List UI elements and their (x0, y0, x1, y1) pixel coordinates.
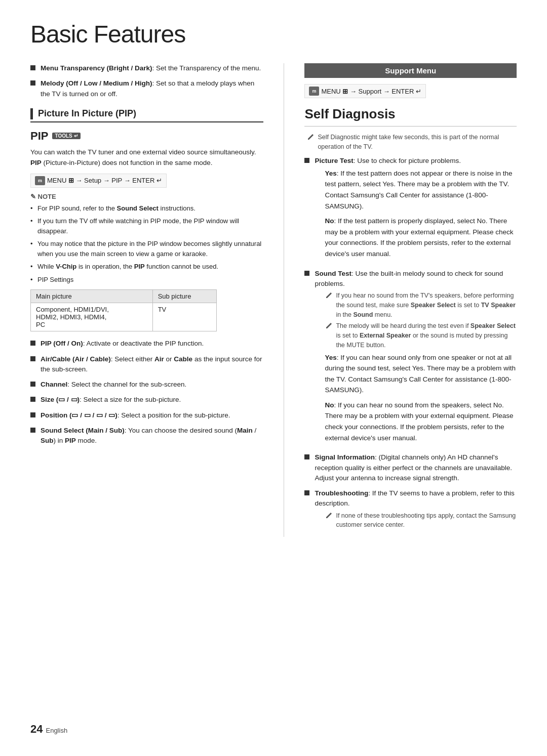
pencil-icon (325, 291, 333, 300)
page-title: Basic Features (30, 20, 517, 48)
pip-body-text: You can watch the TV tuner and one exter… (30, 147, 263, 169)
menu-icon: m (309, 87, 319, 96)
list-item: Air/Cable (Air / Cable): Select either A… (30, 354, 263, 375)
sound-test-note-1: If you hear no sound from the TV's speak… (325, 291, 517, 319)
bullet-text: Troubleshooting: If the TV seems to have… (315, 488, 517, 532)
table-cell-main: Component, HDMI1/DVI,HDMI2, HDMI3, HDMI4… (31, 303, 153, 331)
intro-text: Self Diagnostic might take few seconds, … (318, 133, 517, 152)
section-bar-icon (30, 108, 33, 119)
left-column: Menu Transparency (Bright / Dark): Set t… (30, 63, 263, 537)
page-number: 24 (30, 723, 43, 736)
bullet-text: Menu Transparency (Bright / Dark): Set t… (41, 63, 261, 73)
menu-icon: m (35, 176, 45, 185)
bullet-icon (304, 490, 309, 495)
pencil-icon (306, 133, 315, 141)
note-item: If you turn the TV off while watching in… (30, 216, 263, 236)
bullet-text: Signal Information: (Digital channels on… (315, 452, 517, 483)
table-row: Component, HDMI1/DVI,HDMI2, HDMI3, HDMI4… (31, 303, 217, 331)
bullet-icon (304, 158, 309, 163)
note-label: ✎ NOTE (30, 193, 263, 200)
note-list: For PIP sound, refer to the Sound Select… (30, 203, 263, 285)
list-item: Channel: Select the channel for the sub-… (30, 380, 263, 390)
bullet-icon (30, 412, 35, 417)
bullet-icon (30, 341, 35, 346)
bullet-text: Channel: Select the channel for the sub-… (41, 380, 186, 390)
list-item: Picture Test: Use to check for picture p… (304, 156, 517, 264)
picture-test-yes: Yes: If the test pattern does not appear… (325, 168, 517, 212)
self-diagnosis-title: Self Diagnosis (304, 106, 517, 127)
bullet-icon (304, 271, 309, 276)
list-item: Menu Transparency (Bright / Dark): Set t… (30, 63, 263, 73)
self-diag-intro: Self Diagnostic might take few seconds, … (304, 133, 517, 152)
bullet-icon (30, 356, 35, 361)
menu-nav-text: MENU ⊞ → Setup → PIP → ENTER ↵ (47, 177, 162, 184)
list-item: Signal Information: (Digital channels on… (304, 452, 517, 483)
list-item: Sound Select (Main / Sub): You can choos… (30, 426, 263, 446)
bullet-text: Picture Test: Use to check for picture p… (315, 156, 517, 264)
bullet-text: Sound Test: Use the built-in melody soun… (315, 269, 517, 448)
bullet-text: Size (▭ / ▭): Select a size for the sub-… (41, 395, 181, 405)
list-item: Size (▭ / ▭): Select a size for the sub-… (30, 395, 263, 405)
bullet-icon (304, 454, 309, 459)
page-footer: 24 English (30, 723, 67, 736)
pencil-icon (325, 512, 333, 520)
support-menu-header: Support Menu (304, 63, 517, 78)
support-nav-text: MENU ⊞ → Support → ENTER ↵ (321, 88, 421, 95)
bullet-icon (30, 382, 35, 387)
table-header-main: Main picture (31, 290, 153, 303)
page-language: English (46, 727, 67, 734)
sound-test-no: No: If you can hear no sound from the sp… (325, 400, 517, 443)
list-item: Melody (Off / Low / Medium / High): Set … (30, 78, 263, 99)
bullet-text: Melody (Off / Low / Medium / High): Set … (41, 78, 263, 99)
support-menu-nav: m MENU ⊞ → Support → ENTER ↵ (304, 84, 426, 98)
pencil-icon (325, 322, 333, 330)
bullet-text: Sound Select (Main / Sub): You can choos… (41, 426, 263, 446)
pip-table: Main picture Sub picture Component, HDMI… (30, 289, 217, 331)
bullet-icon (30, 397, 35, 402)
bullet-icon (30, 65, 35, 70)
table-header-sub: Sub picture (152, 290, 217, 303)
table-cell-sub: TV (152, 303, 217, 331)
pip-section-header: Picture In Picture (PIP) (30, 108, 263, 122)
tools-badge: TOOLS ↵ (52, 133, 80, 139)
bullet-text: Position (▭ / ▭ / ▭ / ▭): Select a posit… (41, 410, 230, 421)
pip-note-section: ✎ NOTE For PIP sound, refer to the Sound… (30, 193, 263, 285)
pip-section-title: Picture In Picture (PIP) (38, 108, 136, 119)
note-item: You may notice that the picture in the P… (30, 239, 263, 259)
right-column: Support Menu m MENU ⊞ → Support → ENTER … (284, 63, 517, 537)
troubleshooting-note: If none of these troubleshooting tips ap… (325, 511, 517, 530)
bullet-icon (30, 428, 35, 433)
note-item: PIP Settings (30, 275, 263, 285)
sound-test-note-2: The melody will be heard during the test… (325, 321, 517, 350)
pip-heading: PIP TOOLS ↵ (30, 130, 263, 143)
note-item: For PIP sound, refer to the Sound Select… (30, 203, 263, 214)
list-item: Sound Test: Use the built-in melody soun… (304, 269, 517, 448)
sound-test-yes: Yes: If you can hear sound only from one… (325, 352, 517, 396)
list-item: Troubleshooting: If the TV seems to have… (304, 488, 517, 532)
list-item: Position (▭ / ▭ / ▭ / ▭): Select a posit… (30, 410, 263, 421)
pip-menu-nav: m MENU ⊞ → Setup → PIP → ENTER ↵ (30, 174, 167, 188)
pip-label: PIP (30, 130, 48, 143)
note-item: While V-Chip is in operation, the PIP fu… (30, 262, 263, 272)
bullet-text: PIP (Off / On): Activate or deactivate t… (41, 339, 204, 349)
bullet-icon (30, 80, 35, 86)
picture-test-no: No: If the test pattern is properly disp… (325, 216, 517, 259)
list-item: PIP (Off / On): Activate or deactivate t… (30, 339, 263, 349)
bullet-text: Air/Cable (Air / Cable): Select either A… (41, 354, 263, 375)
